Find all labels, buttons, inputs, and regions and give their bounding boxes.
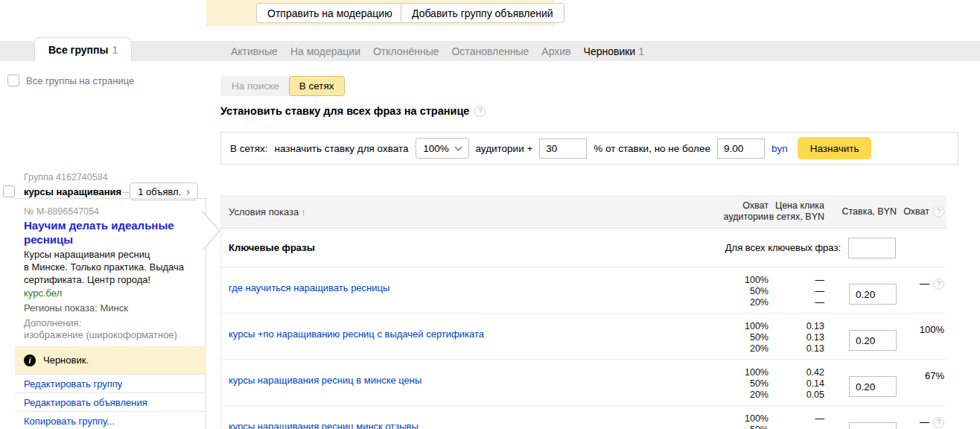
assign-button[interactable]: Назначить (798, 137, 872, 159)
selected-group-pointer (202, 210, 221, 252)
set-bid-heading-text: Установить ставку для всех фраз на стран… (220, 105, 469, 117)
coverage-values: 100% 50% 20% (709, 267, 769, 313)
currency-label: byn (771, 143, 788, 154)
cpc-values: 0.42 0.14 0.05 (769, 360, 824, 405)
ad-number: № М-8896547054 (24, 206, 99, 217)
info-icon: i (24, 355, 36, 366)
bid-audience-text: аудитории + (476, 143, 533, 154)
bid-coverage-text: назначить ставку для охвата (275, 143, 409, 154)
tab-drafts-count: 1 (638, 45, 644, 57)
column-cpc-label: Цена клика в сетях, BYN (769, 200, 824, 223)
table-row: где научиться наращивать ресницы 100% 50… (221, 267, 946, 314)
edit-group-link[interactable]: Редактировать группу (15, 374, 206, 393)
chevron-right-icon: › (186, 185, 190, 197)
toggle-on-search[interactable]: На поиске (220, 76, 290, 96)
table-row: курсы наращивания ресниц минск отзывы 10… (221, 406, 946, 429)
column-conditions-label: Условия показа (229, 206, 299, 217)
coverage-select[interactable]: 100% (416, 138, 469, 159)
phrase-link[interactable]: курсы наращивания ресниц в минске цены (229, 375, 421, 386)
bid-input[interactable] (849, 284, 897, 305)
tab-stopped[interactable]: Остановленные (451, 45, 529, 57)
group-id-label: Группа 4162740584 (24, 172, 108, 182)
tab-archive[interactable]: Архив (541, 45, 570, 57)
reach-cell: — ? (904, 267, 947, 313)
draft-status-text: Черновик. (43, 355, 89, 366)
table-row: курсы наращивания ресниц в минске цены 1… (221, 360, 946, 406)
ad-title-link[interactable]: Научим делать идеальные ресницы (24, 218, 182, 247)
ad-display-url[interactable]: курс.бел (24, 287, 62, 299)
set-bid-heading: Установить ставку для всех фраз на стран… (220, 105, 486, 117)
bid-input[interactable] (849, 422, 897, 429)
group-checkbox[interactable] (3, 185, 15, 197)
coverage-values: 100% 50% 20% (709, 360, 769, 405)
phrases-table: Условия показа↑ Охват аудитории Цена кли… (220, 195, 946, 429)
select-all-checkbox[interactable] (7, 74, 19, 86)
status-tabs: Активные На модерации Отклонённые Остано… (231, 41, 644, 61)
all-keywords-bid-input[interactable] (848, 238, 896, 258)
help-icon[interactable]: ? (474, 106, 486, 117)
draft-status-banner: i Черновик. (15, 346, 206, 374)
coverage-values: 100% 50% 20% (709, 406, 769, 429)
group-actions: Редактировать группу Редактировать объяв… (15, 374, 206, 429)
tab-on-moderation[interactable]: На модерации (290, 45, 360, 57)
keywords-section-row: Ключевые фразы Для всех ключевых фраз: (221, 229, 946, 267)
column-reach-header: Охват ? (904, 206, 947, 217)
ads-count-label: 1 объявл. (138, 186, 181, 197)
group-name-link[interactable]: курсы наращивания (24, 186, 121, 197)
select-all-label: Все группы на странице (26, 75, 134, 86)
ad-regions: Регионы показа: Минск (24, 302, 128, 314)
column-reach-label: Охват (903, 206, 929, 217)
select-all-groups-row: Все группы на странице (7, 74, 134, 86)
all-keywords-label: Для всех ключевых фраз: (725, 242, 841, 253)
phrase-link[interactable]: курсы +по наращиванию ресниц с выдачей с… (229, 328, 484, 340)
column-bid-label: Ставка, BYN (824, 206, 904, 217)
column-conditions-sort[interactable]: Условия показа↑ (221, 206, 709, 217)
coverage-values: 100% 50% 20% (709, 314, 769, 359)
tab-rejected[interactable]: Отклонённые (373, 45, 439, 57)
tab-all-groups[interactable]: Все группы 1 (34, 37, 132, 61)
ad-groups-page: Отправить на модерацию Добавить группу о… (0, 0, 980, 429)
tab-all-groups-label: Все группы (48, 44, 108, 56)
edit-ads-link[interactable]: Редактировать объявления (15, 393, 206, 411)
toggle-in-networks[interactable]: В сетях (289, 76, 345, 96)
bid-assign-panel: В сетях: назначить ставку для охвата 100… (220, 132, 958, 165)
reach-cell: 67% (904, 360, 947, 405)
copy-group-link[interactable]: Копировать группу... (15, 411, 206, 429)
send-to-moderation-button[interactable]: Отправить на модерацию (256, 3, 404, 23)
tab-drafts-label: Черновики (584, 45, 636, 57)
bid-max-text: % от ставки, но не более (594, 143, 710, 154)
tab-active-ads[interactable]: Активные (231, 45, 278, 57)
keywords-section-label: Ключевые фразы (221, 242, 315, 253)
phrase-link[interactable]: где научиться наращивать ресницы (229, 282, 389, 293)
bid-input[interactable] (849, 376, 897, 397)
ad-text: Курсы наращивания ресниц в Минске. Тольк… (24, 248, 203, 286)
column-coverage-label: Охват аудитории (709, 200, 769, 223)
cpc-values: 0.13 0.13 0.13 (769, 314, 824, 359)
ad-extensions: Дополнения: изображение (широкоформатное… (24, 317, 200, 341)
bid-prefix: В сетях: (230, 143, 268, 154)
reach-cell: 100% (904, 314, 947, 359)
bid-input[interactable] (849, 330, 897, 351)
cpc-values: — — — (769, 267, 824, 313)
reach-cell: — ? (904, 406, 947, 429)
help-icon[interactable]: ? (933, 206, 944, 217)
max-bid-input[interactable] (717, 139, 765, 159)
dotted-connector (123, 185, 130, 193)
tab-drafts[interactable]: Черновики1 (584, 45, 644, 57)
percent-of-bid-input[interactable] (539, 139, 587, 159)
table-header-row: Условия показа↑ Охват аудитории Цена кли… (221, 195, 946, 229)
cpc-values: — — — (769, 406, 824, 429)
placement-toggle: На поиске В сетях (220, 76, 345, 96)
sort-asc-icon: ↑ (301, 206, 306, 217)
phrase-link[interactable]: курсы наращивания ресниц минск отзывы (229, 421, 419, 429)
coverage-select-value: 100% (423, 143, 449, 154)
help-icon[interactable]: ? (933, 417, 944, 428)
help-icon[interactable]: ? (933, 279, 944, 290)
group-card: № М-8896547054 Научим делать идеальные р… (15, 198, 206, 429)
tab-all-groups-count: 1 (112, 44, 118, 56)
table-row: курсы +по наращиванию ресниц с выдачей с… (221, 314, 946, 360)
chevron-down-icon (454, 143, 462, 150)
add-ad-group-button[interactable]: Добавить группу объявлений (401, 3, 564, 23)
